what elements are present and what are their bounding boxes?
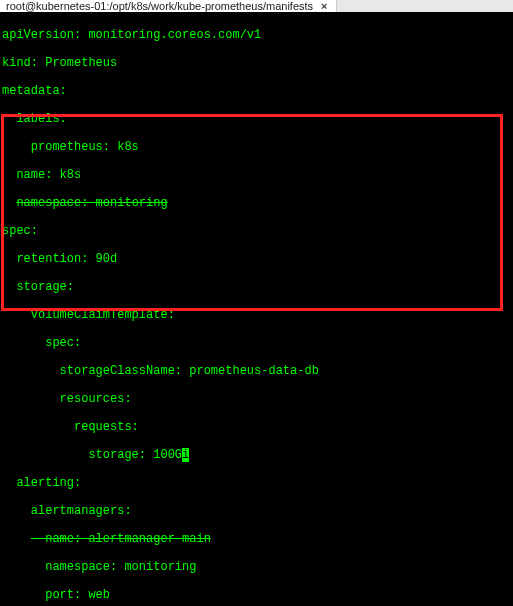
yaml-line: prometheus: k8s xyxy=(2,140,511,154)
yaml-line: volumeClaimTemplate: xyxy=(2,308,511,322)
yaml-line: spec: xyxy=(2,336,511,350)
yaml-line: retention: 90d xyxy=(2,252,511,266)
yaml-line: namespace: monitoring xyxy=(2,560,511,574)
cursor: i xyxy=(182,448,189,462)
indent xyxy=(2,196,16,210)
yaml-line: labels: xyxy=(2,112,511,126)
indent xyxy=(2,532,31,546)
yaml-line: metadata: xyxy=(2,84,511,98)
tab-title: root@kubernetes-01:/opt/k8s/work/kube-pr… xyxy=(6,0,313,12)
yaml-line: storageClassName: prometheus-data-db xyxy=(2,364,511,378)
text: storage: 100G xyxy=(2,448,182,462)
yaml-line: storage: xyxy=(2,280,511,294)
close-icon[interactable]: × xyxy=(319,0,329,12)
terminal-window: root@kubernetes-01:/opt/k8s/work/kube-pr… xyxy=(0,0,513,606)
yaml-line: namespace: monitoring xyxy=(2,196,511,210)
yaml-line: name: k8s xyxy=(2,168,511,182)
yaml-line: requests: xyxy=(2,420,511,434)
yaml-line: spec: xyxy=(2,224,511,238)
yaml-line: kind: Prometheus xyxy=(2,56,511,70)
struck-text: - name: alertmanager-main xyxy=(31,532,211,546)
terminal-tab[interactable]: root@kubernetes-01:/opt/k8s/work/kube-pr… xyxy=(0,0,337,12)
yaml-line: - name: alertmanager-main xyxy=(2,532,511,546)
tab-bar: root@kubernetes-01:/opt/k8s/work/kube-pr… xyxy=(0,0,513,12)
yaml-line: apiVersion: monitoring.coreos.com/v1 xyxy=(2,28,511,42)
yaml-line: alerting: xyxy=(2,476,511,490)
terminal-body[interactable]: apiVersion: monitoring.coreos.com/v1 kin… xyxy=(0,12,513,606)
yaml-line: resources: xyxy=(2,392,511,406)
yaml-line: alertmanagers: xyxy=(2,504,511,518)
yaml-line: storage: 100Gi xyxy=(2,448,511,462)
yaml-line: port: web xyxy=(2,588,511,602)
struck-text: namespace: monitoring xyxy=(16,196,167,210)
